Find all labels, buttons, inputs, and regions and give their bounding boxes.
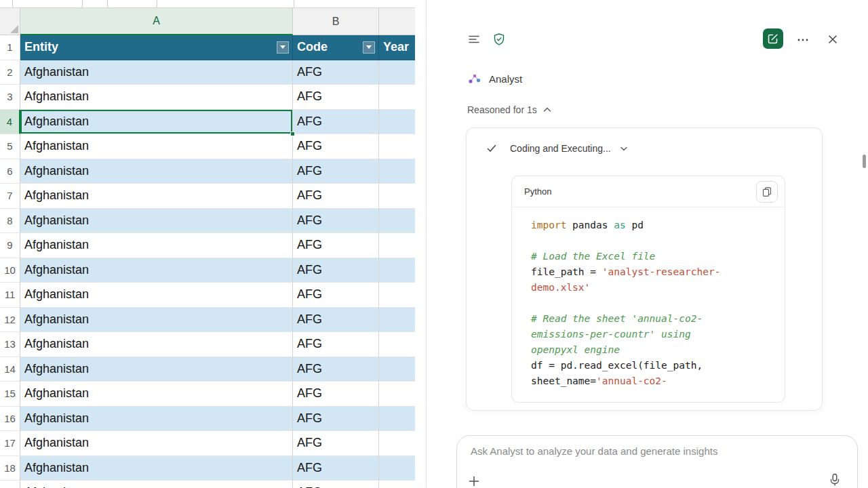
cell-code[interactable]: AFG: [293, 184, 379, 209]
cell-entity[interactable]: Afghanistan: [20, 431, 293, 456]
cell-entity[interactable]: Afghanistan: [20, 134, 293, 159]
close-panel-button[interactable]: [825, 32, 840, 47]
row-number[interactable]: 17: [0, 431, 20, 456]
row-number[interactable]: 10: [0, 258, 20, 283]
toolbar-box-edge: [107, 0, 157, 8]
cell-code[interactable]: AFG: [293, 308, 379, 333]
row-number[interactable]: 3: [0, 85, 20, 110]
cell-year[interactable]: [379, 357, 415, 382]
cell-entity[interactable]: Afghanistan: [20, 382, 293, 407]
chat-history-button[interactable]: [466, 31, 482, 47]
cell-code[interactable]: AFG: [293, 258, 379, 283]
cell-entity[interactable]: Afghanistan: [20, 332, 293, 357]
cell-code[interactable]: AFG: [293, 431, 379, 456]
row-number[interactable]: 8: [0, 209, 20, 234]
header-label: Code: [297, 40, 328, 54]
chat-input[interactable]: Ask Analyst to analyze your data and gen…: [456, 435, 858, 488]
cell-entity[interactable]: Afghanistan: [20, 110, 293, 135]
row-number[interactable]: 2: [0, 60, 20, 85]
cell-entity[interactable]: Afghanistan: [20, 184, 293, 209]
header-label: Year: [383, 40, 409, 54]
cell-year[interactable]: [379, 407, 415, 432]
cell-entity[interactable]: Afghanistan: [20, 407, 293, 432]
cell-entity[interactable]: Afghanistan: [20, 481, 293, 488]
cell-code[interactable]: AFG: [293, 110, 379, 135]
row-number[interactable]: 16: [0, 407, 20, 432]
table-row: 2AfghanistanAFG: [0, 60, 415, 85]
cell-code[interactable]: AFG: [293, 456, 379, 481]
cell-year[interactable]: [379, 184, 415, 209]
cell-entity[interactable]: Afghanistan: [20, 85, 293, 110]
copy-code-button[interactable]: [756, 181, 778, 203]
row-number[interactable]: 13: [0, 332, 20, 357]
row-number[interactable]: 15: [0, 382, 20, 407]
cell-code[interactable]: AFG: [293, 357, 379, 382]
more-options-button[interactable]: [795, 33, 810, 47]
step-row[interactable]: Coding and Executing...: [487, 143, 806, 154]
row-number[interactable]: 7: [0, 184, 20, 209]
cell-code[interactable]: AFG: [293, 407, 379, 432]
filter-button[interactable]: [277, 41, 289, 54]
fill-handle[interactable]: [290, 131, 295, 136]
cell-code[interactable]: AFG: [293, 332, 379, 357]
cell-entity[interactable]: Afghanistan: [20, 233, 293, 258]
cell-code[interactable]: AFG: [293, 209, 379, 234]
row-number[interactable]: 5: [0, 134, 20, 159]
cell-entity[interactable]: Afghanistan: [20, 60, 293, 85]
panel-scrollbar[interactable]: [863, 155, 866, 168]
row-number[interactable]: 9: [0, 233, 20, 258]
cell-code[interactable]: AFG: [293, 134, 379, 159]
row-number[interactable]: 11: [0, 283, 20, 308]
cell-year[interactable]: [379, 456, 415, 481]
row-number[interactable]: 19: [0, 481, 20, 488]
cell-year[interactable]: [379, 283, 415, 308]
add-attachment-button[interactable]: [465, 472, 483, 488]
reasoned-label: Reasoned for 1s: [467, 104, 537, 115]
cell-year[interactable]: [379, 308, 415, 333]
cell-year[interactable]: [379, 233, 415, 258]
cell-year[interactable]: [379, 134, 415, 159]
cell-year[interactable]: [379, 60, 415, 85]
row-number[interactable]: 6: [0, 159, 20, 184]
cell-year[interactable]: [379, 110, 415, 135]
row-number[interactable]: 12: [0, 308, 20, 333]
cell-year[interactable]: [379, 159, 415, 184]
column-header-c[interactable]: [379, 8, 415, 35]
cell-entity[interactable]: Afghanistan: [20, 159, 293, 184]
cell-entity[interactable]: Afghanistan: [20, 357, 293, 382]
row-number[interactable]: 14: [0, 357, 20, 382]
cell-code[interactable]: AFG: [293, 233, 379, 258]
reasoning-summary[interactable]: Reasoned for 1s: [467, 104, 551, 115]
cell-year[interactable]: [379, 258, 415, 283]
row-number[interactable]: 1: [0, 35, 20, 60]
column-header-a[interactable]: A: [20, 8, 293, 35]
header-cell[interactable]: Code: [293, 35, 379, 60]
cell-code[interactable]: AFG: [293, 85, 379, 110]
cell-year[interactable]: [379, 332, 415, 357]
analyst-icon: [467, 71, 482, 86]
cell-entity[interactable]: Afghanistan: [20, 283, 293, 308]
cell-entity[interactable]: Afghanistan: [20, 209, 293, 234]
column-header-b[interactable]: B: [293, 8, 379, 35]
cell-year[interactable]: [379, 431, 415, 456]
cell-year[interactable]: [379, 85, 415, 110]
cell-code[interactable]: AFG: [293, 60, 379, 85]
cell-entity[interactable]: Afghanistan: [20, 456, 293, 481]
cell-year[interactable]: [379, 481, 415, 488]
cell-year[interactable]: [379, 209, 415, 234]
cell-year[interactable]: [379, 382, 415, 407]
cell-entity[interactable]: Afghanistan: [20, 308, 293, 333]
cell-code[interactable]: AFG: [293, 283, 379, 308]
row-number[interactable]: 18: [0, 456, 20, 481]
cell-code[interactable]: AFG: [293, 481, 379, 488]
cell-entity[interactable]: Afghanistan: [20, 258, 293, 283]
new-chat-button[interactable]: [763, 28, 783, 49]
header-cell[interactable]: Year: [379, 35, 415, 60]
filter-button[interactable]: [363, 41, 375, 54]
cell-code[interactable]: AFG: [293, 159, 379, 184]
cell-code[interactable]: AFG: [293, 382, 379, 407]
select-all-corner[interactable]: [0, 8, 20, 35]
mic-button[interactable]: [826, 471, 844, 488]
row-number[interactable]: 4: [0, 110, 20, 135]
header-cell[interactable]: Entity: [20, 35, 293, 60]
